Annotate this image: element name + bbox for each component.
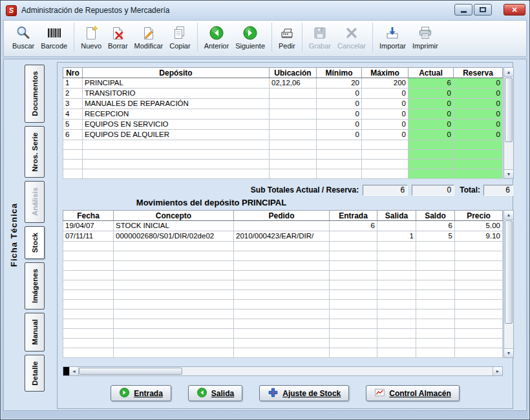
tab-detalle[interactable]: Detalle: [25, 355, 45, 392]
table-cell[interactable]: 200: [362, 78, 408, 89]
table-cell[interactable]: [330, 329, 377, 339]
table-cell[interactable]: [114, 290, 234, 300]
tab-documentos[interactable]: Documentos: [25, 65, 45, 123]
table-cell[interactable]: 6: [408, 78, 454, 89]
table-cell[interactable]: [408, 169, 454, 179]
table-cell[interactable]: [330, 290, 377, 300]
table-cell[interactable]: [377, 261, 416, 271]
table-cell[interactable]: [330, 348, 377, 358]
table-cell[interactable]: [455, 310, 503, 319]
table-cell[interactable]: 0: [408, 130, 454, 140]
table-row[interactable]: [63, 261, 503, 271]
importar-button[interactable]: Importar: [376, 23, 409, 52]
table-cell[interactable]: [377, 319, 416, 329]
table-cell[interactable]: [63, 271, 114, 280]
table-cell[interactable]: [234, 329, 330, 339]
table-row[interactable]: 6EQUIPOS DE ALQUILER0000: [63, 130, 503, 140]
table-row[interactable]: [63, 271, 503, 280]
table-cell[interactable]: [270, 169, 317, 179]
table-cell[interactable]: [330, 280, 377, 290]
table-cell[interactable]: [63, 242, 114, 251]
table-cell[interactable]: 0: [454, 99, 503, 109]
table-cell[interactable]: [114, 348, 234, 358]
table-cell[interactable]: [234, 280, 330, 290]
table-cell[interactable]: 5: [416, 231, 455, 242]
entrada-button[interactable]: Entrada: [111, 385, 171, 401]
control-almacen-button[interactable]: Control Almacén: [366, 385, 460, 401]
table-cell[interactable]: [330, 251, 377, 261]
table-cell[interactable]: [114, 310, 234, 319]
table-cell[interactable]: [362, 140, 408, 150]
table-cell[interactable]: 2010/000423/EAR/DIR/: [234, 231, 330, 242]
table-row[interactable]: [63, 290, 503, 300]
table-cell[interactable]: 0: [362, 109, 408, 120]
table-cell[interactable]: [455, 261, 503, 271]
table-cell[interactable]: [63, 300, 114, 310]
table-row[interactable]: [63, 329, 503, 339]
table-cell[interactable]: 4: [63, 109, 83, 120]
table-cell[interactable]: 0: [408, 109, 454, 120]
table-cell[interactable]: TRANSITORIO: [83, 89, 270, 99]
table-row[interactable]: [63, 160, 503, 169]
table-cell[interactable]: [114, 339, 234, 348]
table-cell[interactable]: [317, 160, 362, 169]
scroll-splitter[interactable]: [63, 367, 69, 375]
table-cell[interactable]: 0: [454, 130, 503, 140]
table-cell[interactable]: [455, 319, 503, 329]
table-cell[interactable]: [377, 242, 416, 251]
table-cell[interactable]: [416, 339, 455, 348]
table-cell[interactable]: [416, 290, 455, 300]
table-row[interactable]: [63, 280, 503, 290]
table-row[interactable]: [63, 140, 503, 150]
table-cell[interactable]: [362, 150, 408, 160]
table-cell[interactable]: [63, 160, 83, 169]
table-cell[interactable]: [416, 329, 455, 339]
table-row[interactable]: 5EQUIPOS EN SERVICIO0000: [63, 120, 503, 130]
table-cell[interactable]: [234, 261, 330, 271]
table-cell[interactable]: [270, 89, 317, 99]
table-row[interactable]: [63, 348, 503, 358]
table-cell[interactable]: [234, 300, 330, 310]
table-cell[interactable]: [114, 261, 234, 271]
table-cell[interactable]: 02,12,06: [270, 78, 317, 89]
table-cell[interactable]: 9.10: [455, 231, 503, 242]
tab-nros-serie[interactable]: Nros. Serie: [25, 126, 45, 178]
table-cell[interactable]: [270, 150, 317, 160]
table-cell[interactable]: STOCK INICIAL: [114, 221, 234, 231]
table-row[interactable]: 4RECEPCION0000: [63, 109, 503, 120]
scroll-left-icon[interactable]: ◄: [69, 367, 79, 375]
table-cell[interactable]: [377, 221, 416, 231]
table-row[interactable]: 3MANUALES DE REPARACIÓN0000: [63, 99, 503, 109]
table-cell[interactable]: [408, 140, 454, 150]
table-cell[interactable]: [377, 339, 416, 348]
table-cell[interactable]: 0: [454, 109, 503, 120]
modificar-button[interactable]: Modificar: [131, 23, 167, 52]
table-cell[interactable]: [330, 231, 377, 242]
table-cell[interactable]: [416, 280, 455, 290]
imprimir-button[interactable]: Imprimir: [409, 23, 441, 52]
table-cell[interactable]: [234, 290, 330, 300]
table-cell[interactable]: [83, 150, 270, 160]
titlebar[interactable]: S Administración de Repuestos y Mercader…: [1, 1, 529, 20]
tab-stock[interactable]: Stock: [25, 226, 45, 259]
table-cell[interactable]: [83, 140, 270, 150]
table-cell[interactable]: [455, 271, 503, 280]
table-cell[interactable]: [63, 329, 114, 339]
table-cell[interactable]: 20: [317, 78, 362, 89]
table-cell[interactable]: [63, 348, 114, 358]
table-cell[interactable]: 6: [416, 221, 455, 231]
table-cell[interactable]: 0: [317, 130, 362, 140]
table-cell[interactable]: [330, 261, 377, 271]
table-cell[interactable]: [362, 169, 408, 179]
table-cell[interactable]: [330, 271, 377, 280]
scroll-up-icon[interactable]: ▲: [504, 68, 513, 77]
table-cell[interactable]: [234, 310, 330, 319]
table-cell[interactable]: [377, 290, 416, 300]
anterior-button[interactable]: Anterior: [201, 23, 233, 52]
close-button[interactable]: ✕: [504, 4, 525, 16]
scroll-thumb[interactable]: [79, 368, 182, 375]
table-cell[interactable]: RECEPCION: [83, 109, 270, 120]
table-cell[interactable]: [330, 339, 377, 348]
table-cell[interactable]: 3: [63, 99, 83, 109]
table-cell[interactable]: 0: [408, 89, 454, 99]
